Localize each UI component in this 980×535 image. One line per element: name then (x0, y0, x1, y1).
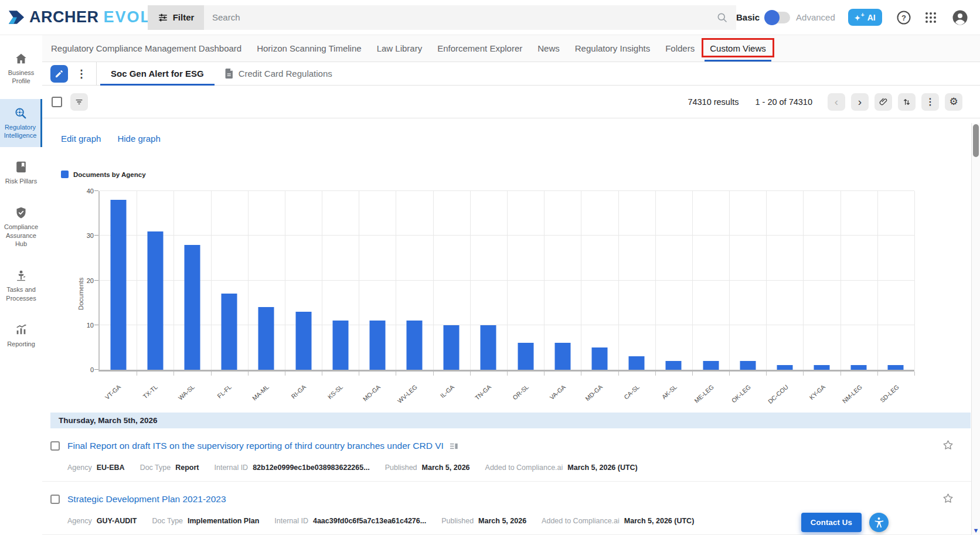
favorite-star-button[interactable] (942, 439, 954, 453)
x-gridline (322, 191, 322, 370)
bar-NM-LEG[interactable] (851, 365, 867, 370)
kebab-icon: ⋮ (925, 96, 935, 107)
x-tick-label: NM-LEG (859, 381, 883, 391)
x-gridline (359, 191, 359, 370)
x-gridline (396, 191, 396, 370)
date-group-header: Thursday, March 5th, 2026 (50, 413, 971, 428)
avatar-icon (951, 9, 969, 26)
bar-CA-SL[interactable] (629, 356, 645, 370)
result-checkbox[interactable] (50, 441, 60, 451)
bar-DC-COU[interactable] (777, 365, 792, 370)
filter-lines-icon (74, 97, 84, 107)
y-tick-label: 20 (87, 277, 94, 284)
sort-button[interactable] (898, 93, 916, 111)
bar-AK-SL[interactable] (666, 361, 682, 370)
next-page-button[interactable]: › (851, 93, 869, 111)
sidebar-item-business-profile[interactable]: Business Profile (0, 45, 42, 93)
bar-ME-LEG[interactable] (703, 361, 719, 370)
bar-VT-GA[interactable] (110, 200, 126, 370)
bar-WV-LEG[interactable] (407, 321, 423, 370)
vertical-scrollbar[interactable]: ▼ (971, 123, 980, 535)
bar-MD-GA[interactable] (591, 347, 607, 370)
bar-IL-GA[interactable] (444, 325, 460, 370)
bar-RI-GA[interactable] (295, 312, 311, 370)
bar-OR-SL[interactable] (518, 343, 533, 370)
divider (96, 62, 97, 85)
basic-advanced-toggle[interactable] (765, 12, 790, 23)
x-gridline (841, 191, 841, 370)
doc-summary-icon[interactable] (450, 442, 458, 451)
y-tick-label: 0 (90, 366, 94, 373)
search-field[interactable] (204, 5, 736, 30)
favorite-star-button[interactable] (942, 492, 954, 506)
bar-MA-ML[interactable] (258, 307, 274, 370)
view-options-kebab-button[interactable]: ⋮ (73, 62, 90, 85)
result-checkbox[interactable] (50, 495, 60, 504)
tab-custom-views[interactable]: Custom Views (702, 35, 774, 62)
settings-button[interactable]: ⚙ (945, 93, 962, 111)
x-gridline (803, 191, 804, 370)
attachment-button[interactable] (874, 93, 892, 111)
bar-FL-FL[interactable] (222, 294, 237, 370)
y-tick-mark (94, 235, 98, 236)
bar-VA-GA[interactable] (554, 343, 570, 370)
x-tick-label: CA-SL (636, 381, 654, 391)
y-tick-mark (94, 190, 98, 191)
tab-horizon-scanning-timeline[interactable]: Horizon Scanning Timeline (249, 35, 369, 62)
help-button[interactable]: ? (896, 10, 911, 25)
x-tick-label: KS-SL (339, 381, 357, 391)
bar-MO-GA[interactable] (369, 321, 385, 370)
sidebar-item-risk-pillars[interactable]: Risk Pillars (0, 153, 42, 193)
bar-TN-GA[interactable] (481, 325, 496, 370)
question-mark-icon: ? (896, 10, 911, 25)
tab-enforcement-explorer[interactable]: Enforcement Explorer (430, 35, 530, 62)
filter-button[interactable]: Filter (148, 5, 204, 30)
x-tick-label: VA-GA (562, 381, 581, 391)
x-tick-label: SD-LEG (896, 381, 918, 391)
apps-grid-button[interactable] (924, 11, 937, 24)
x-gridline (544, 191, 545, 370)
edit-graph-link[interactable]: Edit graph (61, 134, 101, 144)
ai-button[interactable]: ✦+ AI (848, 9, 882, 26)
legend-label: Documents by Agency (73, 171, 146, 178)
tab-folders[interactable]: Folders (658, 35, 702, 62)
edit-view-button[interactable] (50, 65, 68, 83)
tab-news[interactable]: News (530, 35, 567, 62)
bar-OK-LEG[interactable] (740, 361, 756, 370)
scroll-down-arrow[interactable]: ▼ (972, 527, 980, 534)
bar-KS-SL[interactable] (332, 321, 348, 370)
bar-SD-LEG[interactable] (888, 365, 904, 370)
bar-KY-GA[interactable] (814, 365, 830, 370)
result-title-link[interactable]: Final Report on draft ITS on the supervi… (67, 441, 444, 451)
tab-regulatory-insights[interactable]: Regulatory Insights (567, 35, 658, 62)
sidebar-item-regulatory-intelligence[interactable]: Regulatory Intelligence (0, 99, 42, 148)
toggle-knob[interactable] (764, 10, 780, 25)
scrollbar-thumb[interactable] (973, 124, 979, 157)
select-all-checkbox[interactable] (52, 97, 62, 107)
subtab-credit-card-regulations[interactable]: Credit Card Regulations (215, 62, 343, 85)
search-icon[interactable] (716, 12, 728, 23)
more-options-kebab-button[interactable]: ⋮ (921, 93, 939, 111)
sidebar-item-tasks-and-processes[interactable]: Tasks and Processes (0, 261, 42, 310)
subtab-soc-gen-alert-for-esg[interactable]: Soc Gen Alert for ESG (100, 62, 215, 85)
sidebar-item-compliance-assurance-hub[interactable]: Compliance Assurance Hub (0, 199, 42, 255)
left-sidebar: Business Profile Regulatory Intelligence… (0, 35, 42, 535)
chevron-left-icon: ‹ (835, 96, 838, 107)
x-gridline (173, 191, 174, 370)
accessibility-button[interactable] (869, 513, 889, 532)
hide-graph-link[interactable]: Hide graph (117, 134, 160, 144)
sidebar-item-reporting[interactable]: Reporting (0, 316, 42, 356)
user-avatar-button[interactable] (951, 9, 969, 26)
x-tick-label: OK-LEG (747, 381, 771, 391)
pencil-icon (55, 69, 64, 79)
contact-us-button[interactable]: Contact Us (801, 513, 862, 532)
tab-regulatory-compliance-management-dashboard[interactable]: Regulatory Compliance Management Dashboa… (43, 35, 249, 62)
filter-list-button[interactable] (70, 93, 88, 111)
previous-page-button[interactable]: ‹ (828, 93, 845, 111)
search-input[interactable] (212, 12, 716, 22)
result-metadata: Agency EU-EBA Doc Type Report Internal I… (67, 464, 980, 472)
result-title-link[interactable]: Strategic Development Plan 2021-2023 (67, 494, 226, 505)
tab-law-library[interactable]: Law Library (369, 35, 430, 62)
bar-TX-TL[interactable] (147, 231, 163, 370)
bar-WA-SL[interactable] (184, 245, 200, 370)
